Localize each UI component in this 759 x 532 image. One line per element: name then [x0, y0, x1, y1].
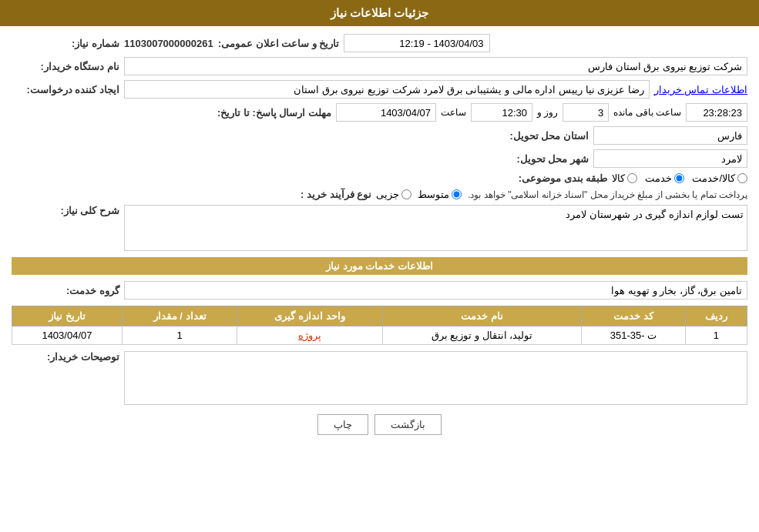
shomareNiaz-label: شماره نیاز: — [12, 38, 119, 49]
col-nam: نام خدمت — [382, 306, 581, 326]
tosifkhardar-label: توصیحات خریدار: — [12, 351, 119, 363]
announce-row: 1403/04/03 - 12:19 تاریخ و ساعت اعلان عم… — [12, 34, 747, 52]
page-title: جزئیات اطلاعات نیاز — [0, 0, 759, 26]
page-wrapper: جزئیات اطلاعات نیاز 1403/04/03 - 12:19 ت… — [0, 0, 759, 532]
ijadkonande-input[interactable] — [124, 80, 650, 99]
tosifkhardar-textarea[interactable] — [124, 351, 747, 405]
process-jozvi-radio[interactable] — [401, 189, 411, 199]
khadamat-section-title: اطلاعات خدمات مورد نیاز — [12, 257, 747, 275]
namdastgah-label: نام دستگاه خریدار: — [12, 61, 119, 72]
back-button[interactable]: بازگشت — [374, 414, 442, 435]
tabaqe-kala-khadamat-label: کالا/خدمت — [692, 172, 735, 184]
footer-buttons: بازگشت چاپ — [12, 414, 747, 435]
sharhkoli-wrapper: تست لوازم اندازه گیری در شهرستان لامرد ش… — [12, 205, 747, 251]
process-motavasit-radio[interactable] — [452, 189, 462, 199]
tabaqe-radiogroup: کالا/خدمت خدمت کالا — [612, 172, 747, 184]
shahr-input[interactable] — [593, 149, 747, 168]
mohlat-date-input[interactable] — [336, 103, 436, 122]
tabaqe-kala-khadamat-radio[interactable] — [737, 173, 747, 183]
process-motavasit-option[interactable]: متوسط — [418, 189, 462, 200]
namdastgah-row: نام دستگاه خریدار: — [12, 57, 747, 75]
tabaqe-kala-label: کالا — [612, 172, 625, 184]
mohlat-saat-label: ساعت — [441, 107, 466, 118]
shahr-label: شهر محل تحویل: — [481, 153, 589, 165]
mohlat-rooz-label: روز و — [537, 107, 558, 118]
ijadkonande-label: ایجاد کننده درخواست: — [12, 84, 119, 95]
process-jozvi-option[interactable]: جزیی — [376, 189, 411, 200]
ostan-input[interactable] — [593, 126, 747, 145]
mohlat-days-input[interactable] — [563, 103, 609, 122]
col-tedad: تعداد / مقدار — [122, 306, 237, 326]
etelaatTamas-link[interactable]: اطلاعات تماس خریدار — [654, 84, 747, 95]
shomareNiaz-value: 1103007000000261 — [124, 38, 213, 49]
tabaqe-kala-khadamat-option[interactable]: کالا/خدمت — [692, 172, 747, 184]
grohekhadamat-row: گروه خدمت: — [12, 281, 747, 299]
print-button[interactable]: چاپ — [317, 414, 368, 435]
col-vahed: واحد اندازه گیری — [237, 306, 382, 326]
process-note: پرداخت تمام یا بخشی از مبلغ خریداز محل "… — [468, 189, 747, 200]
remaining-time-row: ساعت باقی مانده روز و ساعت — [336, 103, 747, 122]
process-jozvi-label: جزیی — [376, 189, 399, 200]
tosifkhardar-wrapper: توصیحات خریدار: — [12, 351, 747, 405]
namdastgah-input[interactable] — [124, 57, 747, 75]
table-row: 1ت -35-351تولید، انتقال و توزیع برقپروژه… — [12, 326, 747, 345]
tabaqe-kala-option[interactable]: کالا — [612, 172, 637, 184]
process-motavasit-label: متوسط — [418, 189, 449, 200]
process-radiogroup: پرداخت تمام یا بخشی از مبلغ خریداز محل "… — [376, 189, 747, 200]
tabaqe-khadamat-radio[interactable] — [674, 173, 684, 183]
remaining-time-input[interactable] — [686, 103, 747, 122]
col-radif: ردیف — [685, 306, 747, 326]
col-tarikh: تاریخ نیاز — [12, 306, 123, 326]
sharhkoli-textarea[interactable]: تست لوازم اندازه گیری در شهرستان لامرد — [124, 205, 747, 251]
services-table-container: ردیف کد خدمت نام خدمت واحد اندازه گیری ت… — [12, 306, 747, 345]
remaining-label: ساعت باقی مانده — [613, 107, 681, 118]
noefaryand-row: پرداخت تمام یا بخشی از مبلغ خریداز محل "… — [12, 189, 747, 200]
tabaqe-kala-radio[interactable] — [627, 173, 637, 183]
mohlat-row: ساعت باقی مانده روز و ساعت مهلت ارسال پا… — [12, 103, 747, 122]
services-table: ردیف کد خدمت نام خدمت واحد اندازه گیری ت… — [12, 306, 747, 345]
ostan-row: استان محل تحویل: — [12, 126, 747, 145]
col-kod: کد خدمت — [582, 306, 686, 326]
tabaqe-khadamat-option[interactable]: خدمت — [645, 172, 684, 184]
tabaqe-label: طبقه بندی موضوعی: — [499, 172, 607, 184]
ijadkonande-row: اطلاعات تماس خریدار ایجاد کننده درخواست: — [12, 80, 747, 99]
announce-value: 1403/04/03 - 12:19 — [344, 34, 490, 52]
grohekhadamat-input[interactable] — [124, 281, 747, 299]
mohlat-time-input[interactable] — [471, 103, 532, 122]
sharhkoli-label: شرح کلی نیاز: — [12, 205, 119, 216]
mohlat-label: مهلت ارسال پاسخ: تا تاریخ: — [217, 107, 331, 119]
ostan-label: استان محل تحویل: — [481, 130, 589, 142]
noefaryand-label: نوع فرآیند خرید : — [264, 189, 371, 200]
grohekhadamat-label: گروه خدمت: — [12, 285, 119, 296]
tabaqe-khadamat-label: خدمت — [645, 172, 672, 184]
announce-label: تاریخ و ساعت اعلان عمومی: — [218, 38, 340, 49]
main-content: 1403/04/03 - 12:19 تاریخ و ساعت اعلان عم… — [0, 26, 759, 452]
shahr-row: شهر محل تحویل: — [12, 149, 747, 168]
tabaqe-row: کالا/خدمت خدمت کالا طبقه بندی موضوعی: — [12, 172, 747, 184]
